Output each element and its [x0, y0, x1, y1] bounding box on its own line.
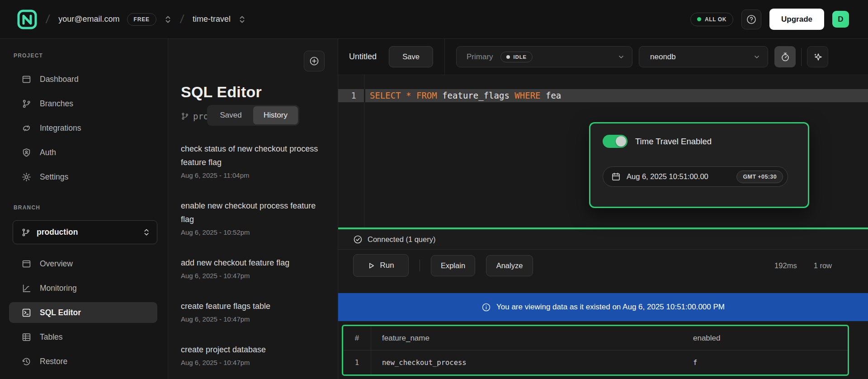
sidebar-item-settings[interactable]: Settings — [0, 165, 168, 189]
status-ok-dot-icon — [697, 17, 701, 21]
sidebar-item-auth[interactable]: Auth — [0, 140, 168, 165]
explain-button[interactable]: Explain — [431, 255, 475, 276]
sidebar-item-restore[interactable]: Restore — [0, 349, 168, 374]
history-item[interactable]: create feature flags table Aug 6, 2025 -… — [181, 299, 326, 323]
history-item-title: enable new checkout process feature flag — [181, 199, 326, 226]
sidebar-item-label: Restore — [40, 357, 67, 366]
plan-badge: FREE — [127, 13, 156, 26]
sidebar-item-sql-editor[interactable]: SQL Editor — [0, 300, 168, 325]
branch-nav: Overview Monitoring SQL Editor Tables Re… — [0, 251, 168, 374]
monitoring-icon — [22, 284, 31, 293]
query-tab-title[interactable]: Untitled — [349, 52, 377, 62]
history-item[interactable]: create project database Aug 6, 2025 - 10… — [181, 343, 326, 366]
git-branch-icon — [181, 112, 189, 120]
sql-identifier: fea — [546, 90, 561, 100]
status-pill-label: ALL OK — [705, 16, 726, 23]
neon-logo-icon[interactable] — [17, 9, 37, 29]
breadcrumb-slash: / — [45, 12, 51, 26]
sql-code-editor[interactable]: 1 SELECT * FROM feature_flags WHERE fea … — [338, 75, 868, 227]
sidebar-item-monitoring[interactable]: Monitoring — [0, 276, 168, 300]
status-pill[interactable]: ALL OK — [690, 13, 733, 26]
header-divider — [444, 39, 445, 75]
time-travel-datetime-field[interactable]: Aug 6, 2025 10:51:00.00 GMT +05:30 — [603, 166, 788, 187]
history-item-timestamp: Aug 6, 2025 - 11:04pm — [181, 171, 326, 179]
history-item-timestamp: Aug 6, 2025 - 10:47pm — [181, 315, 326, 323]
database-name: neondb — [650, 52, 676, 62]
query-stats: 192ms 1 row — [774, 261, 832, 270]
editor-area: Untitled Save Primary IDLE neondb — [338, 39, 868, 379]
git-branch-icon — [22, 99, 31, 109]
sql-keyword: WHERE — [514, 90, 546, 100]
new-query-button[interactable] — [304, 51, 325, 71]
user-avatar[interactable]: D — [832, 11, 849, 28]
time-travel-button[interactable] — [774, 46, 796, 67]
editor-header: Untitled Save Primary IDLE neondb — [338, 39, 868, 75]
sidebar-item-label: Monitoring — [40, 284, 77, 293]
neon-console: / your@email.com FREE / time-travel ALL … — [0, 0, 868, 379]
sidebar-item-label: Overview — [40, 259, 73, 269]
time-travel-toggle[interactable] — [603, 135, 627, 148]
sparkle-icon — [812, 52, 823, 62]
sidebar-section-branch: BRANCH — [14, 204, 40, 211]
history-item-title: create project database — [181, 343, 326, 356]
history-item[interactable]: add new checkout feature flag Aug 6, 202… — [181, 256, 326, 280]
tab-history[interactable]: History — [253, 106, 298, 124]
account-switcher-chevron-icon[interactable] — [165, 15, 171, 24]
history-item-title: add new checkout feature flag — [181, 256, 326, 270]
timezone-badge: GMT +05:30 — [736, 171, 783, 183]
ai-assist-button[interactable] — [807, 46, 828, 67]
help-button[interactable] — [741, 9, 761, 29]
history-item-timestamp: Aug 6, 2025 - 10:52pm — [181, 228, 326, 236]
auth-shield-icon — [22, 148, 31, 157]
table-row[interactable]: 1 new_checkout_process f — [343, 351, 848, 375]
analyze-button[interactable]: Analyze — [486, 255, 533, 276]
cell-enabled: f — [693, 359, 848, 367]
toolbar-divider — [420, 260, 420, 271]
time-travel-info-banner: You are viewing data as it existed on Au… — [338, 293, 868, 321]
history-item[interactable]: check status of new checkout process fea… — [181, 142, 326, 179]
results-table-header: # feature_name enabled — [343, 326, 848, 351]
header-divider — [801, 48, 802, 66]
code-line-1[interactable]: 1 SELECT * FROM feature_flags WHERE fea — [338, 89, 868, 102]
branch-selector[interactable]: production — [13, 220, 157, 244]
tab-saved[interactable]: Saved — [208, 106, 253, 124]
compute-status-badge: IDLE — [500, 52, 533, 62]
sidebar-item-branches[interactable]: Branches — [0, 91, 168, 116]
cell-row-index: 1 — [343, 351, 371, 375]
column-header-enabled: enabled — [693, 334, 848, 343]
code-text[interactable]: SELECT * FROM feature_flags WHERE fea — [365, 89, 868, 102]
compute-status-label: IDLE — [514, 54, 527, 60]
saved-history-tabs: Saved History — [207, 105, 299, 126]
sidebar-item-label: Auth — [40, 148, 56, 157]
gear-icon — [22, 172, 31, 182]
breadcrumb-slash: / — [179, 12, 185, 26]
check-circle-icon — [353, 235, 363, 244]
database-selector[interactable]: neondb — [639, 46, 768, 67]
sidebar-item-integrations[interactable]: Integrations — [0, 116, 168, 140]
sidebar-item-label: Settings — [40, 172, 68, 182]
sidebar-item-tables[interactable]: Tables — [0, 325, 168, 349]
query-row-count: 1 row — [814, 261, 832, 270]
run-button-label: Run — [380, 261, 394, 270]
upgrade-button[interactable]: Upgrade — [769, 9, 824, 30]
run-button[interactable]: Run — [353, 254, 409, 277]
history-item[interactable]: enable new checkout process feature flag… — [181, 199, 326, 236]
project-name[interactable]: time-travel — [193, 14, 231, 24]
sidebar: PROJECT Dashboard Branches Integrations … — [0, 39, 168, 379]
query-toolbar: Run Explain Analyze 192ms 1 row — [338, 250, 868, 281]
compute-name: Primary — [467, 52, 493, 62]
project-switcher-chevron-icon[interactable] — [239, 15, 245, 24]
stopwatch-icon — [780, 52, 790, 62]
time-travel-toggle-row: Time Travel Enabled — [603, 135, 796, 148]
account-email[interactable]: your@email.com — [58, 14, 119, 24]
sql-editor-panel: SQL Editor production Saved History chec… — [168, 39, 338, 379]
project-nav: Dashboard Branches Integrations Auth Set… — [0, 67, 168, 189]
cell-feature-name: new_checkout_process — [371, 359, 693, 367]
sidebar-item-overview[interactable]: Overview — [0, 251, 168, 276]
save-button[interactable]: Save — [389, 46, 433, 67]
compute-selector[interactable]: Primary IDLE — [456, 46, 632, 67]
history-list: check status of new checkout process fea… — [181, 142, 326, 379]
sidebar-item-dashboard[interactable]: Dashboard — [0, 67, 168, 91]
column-header-feature-name: feature_name — [371, 334, 693, 343]
play-icon — [368, 262, 375, 270]
